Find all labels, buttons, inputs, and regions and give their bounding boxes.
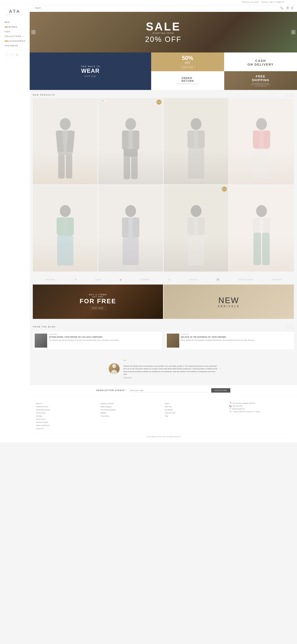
product-card[interactable] — [229, 98, 294, 184]
blog-title-1: ESTABLISHING YOUR BRAND ON COLLEGE CAMPU… — [49, 336, 160, 338]
newsletter-subscribe-button[interactable]: SUBSCRIBE — [211, 388, 230, 392]
footer-link-shipping[interactable]: Shipping & Returns — [100, 402, 162, 405]
footer-link-signin[interactable]: Sign In — [165, 402, 226, 405]
top-bar: Welcome to our store! Currency: USD Engl… — [0, 0, 297, 4]
two-ways-shop-link[interactable]: SHOP NOW! — [81, 76, 100, 77]
footer-link-contact[interactable]: Contact Us — [36, 427, 97, 430]
new-products-header: NEW PRODUCTS ‹ › — [30, 90, 297, 98]
product-card[interactable]: SALE — [164, 185, 228, 272]
footer-link-privacy[interactable]: Privacy Policy — [36, 412, 97, 414]
product-image-7 — [164, 185, 228, 272]
footer-link-help[interactable]: Help — [165, 414, 226, 418]
testimonial-prev-button[interactable]: ‹ — [104, 366, 109, 372]
nav-item-footwear[interactable]: FOOTWEAR — [5, 44, 30, 48]
footer-phone: 📞 800-230-6789 — [230, 405, 291, 407]
blog-next-button[interactable]: › — [290, 325, 294, 328]
nav-item-kids[interactable]: KIDS — [5, 29, 30, 34]
hero-next-button[interactable]: › — [291, 30, 296, 34]
buy2-shop-link[interactable]: SHOP NOW! — [90, 306, 106, 310]
footer-link-group[interactable]: Group Sales — [100, 414, 162, 418]
currency-selector[interactable]: USD — [269, 1, 276, 3]
nav-item-collections[interactable]: COLLECTIONS ▼ — [5, 34, 30, 39]
brand-armani[interactable]: ⚜ — [74, 278, 77, 281]
hero-content: SALE STARTING FROM 20% OFF — [145, 21, 182, 44]
nav-label-collections: COLLECTIONS — [5, 35, 22, 38]
nav-badge-accessories: hot — [5, 40, 8, 42]
brand-4[interactable]: ◉ — [120, 278, 122, 281]
social-icons: f t g+ — [5, 53, 30, 56]
search-input[interactable] — [33, 6, 278, 10]
brand-ferre[interactable]: FERRÉ — [140, 278, 150, 281]
product-image-5 — [33, 185, 98, 272]
product-image-2 — [98, 98, 163, 184]
googleplus-icon[interactable]: g+ — [15, 53, 19, 56]
blog-section-title: FROM THE BLOG — [33, 326, 56, 328]
nav-badge-women: new — [5, 26, 8, 28]
promo-cod: COD CASH ON DELIVERY — [224, 52, 297, 71]
hero-prev-button[interactable]: ‹ — [31, 30, 36, 34]
promo-new-arrivals[interactable]: NEW ARRIVALS — [164, 284, 294, 319]
facebook-icon[interactable]: f — [5, 53, 8, 56]
brand-trussardi[interactable]: TRUSSARDI — [238, 278, 254, 281]
brand-gucci[interactable]: GUCCI — [190, 278, 198, 281]
products-prev-button[interactable]: ‹ — [286, 93, 290, 96]
product-card[interactable] — [98, 185, 163, 272]
footer-link-track[interactable]: Track My Order — [165, 412, 226, 414]
two-ways-line1: TWO WAYS TO — [81, 65, 100, 68]
shipping-sub: ON ORDERS OVER $99THIS OFFER REAL.COM/AU… — [251, 82, 270, 87]
off-percent: 50% — [182, 55, 193, 61]
product-card[interactable]: NEW SALE — [98, 98, 163, 184]
brand-m[interactable]: M — [216, 278, 220, 282]
testimonial-next-button[interactable]: › — [218, 366, 222, 372]
logo: ATA MAGENTO THEME — [5, 9, 30, 15]
brand-dg[interactable]: D&G — [96, 278, 101, 281]
footer-link-orders[interactable]: Orders and Returns — [36, 424, 97, 427]
svg-rect-31 — [133, 218, 139, 238]
svg-point-0 — [60, 118, 70, 130]
product-badge-new: NEW — [100, 100, 106, 102]
off-shop-button[interactable]: SHOP NOW — [180, 66, 195, 69]
svg-rect-42 — [254, 233, 261, 265]
footer-link-sitemap[interactable]: Site Map — [36, 414, 97, 418]
blog-card-1[interactable]: 20.05.2016 ESTABLISHING YOUR BRAND ON CO… — [33, 332, 162, 350]
blog-card-2[interactable]: 20.05.2016 BELIEVE IN THE BUSINESS OF YO… — [165, 332, 294, 350]
nav-item-accessories[interactable]: hot ACCESSORIES — [5, 39, 30, 44]
footer-link-global[interactable]: Global Shipping — [100, 405, 162, 408]
footer-link-search-terms[interactable]: Search Terms — [36, 418, 97, 421]
nav-item-women[interactable]: new WOMEN — [5, 25, 30, 29]
brand-ck[interactable]: ck — [168, 278, 171, 281]
buy2-line2: GET ONE — [92, 296, 103, 298]
newsletter-input[interactable] — [130, 388, 208, 392]
blog-content-2: 20.05.2016 BELIEVE IN THE BUSINESS OF YO… — [181, 334, 292, 348]
footer-link-affiliates[interactable]: Affiliates — [100, 412, 162, 414]
twitter-icon[interactable]: t — [10, 53, 14, 56]
search-button[interactable]: 🔍 — [278, 6, 285, 10]
product-card[interactable] — [33, 98, 98, 184]
nav-item-men[interactable]: MEN — [5, 20, 30, 25]
footer-link-advanced-search[interactable]: Advanced Search — [36, 421, 97, 424]
footer-link-customer[interactable]: Customer Service — [36, 405, 97, 408]
footer-link-testimonial[interactable]: Testimonial Services — [36, 408, 97, 412]
blog-prev-button[interactable]: ‹ — [286, 325, 290, 328]
brand-chanel[interactable]: CHANEL — [45, 278, 56, 281]
products-next-button[interactable]: › — [290, 93, 294, 96]
footer-link-newuser[interactable]: New User — [165, 405, 226, 408]
product-card[interactable] — [229, 185, 294, 272]
language-selector[interactable]: English — [276, 1, 284, 3]
menu-icon[interactable]: ☰ — [286, 6, 289, 10]
promo-50-off[interactable]: 50% OFF SHOP NOW — [151, 52, 224, 71]
promo-order-return: ORDER RETURN RETURNS WITHIN 14 DAYS — [151, 71, 224, 90]
footer-col-2: Shipping & Returns Global Shipping Inter… — [100, 400, 162, 430]
off-label: OFF — [185, 61, 190, 65]
svg-rect-10 — [124, 149, 138, 157]
product-card[interactable] — [164, 98, 228, 184]
footer-link-about[interactable]: About Us — [36, 402, 97, 405]
product-card[interactable] — [33, 185, 98, 272]
brand-prada[interactable]: PRADA — [272, 278, 282, 281]
footer-link-wishlist[interactable]: My Wishlist — [165, 408, 226, 412]
promo-buy2[interactable]: BUY 2 ITEMS GET ONE FOR FREE SHOP NOW! — [33, 284, 163, 319]
footer-link-international[interactable]: International Shipping — [100, 408, 162, 412]
cart-icon[interactable]: 🛒 — [290, 6, 294, 10]
promo-two-ways[interactable]: TWO WAYS TO WEAR SHOP NOW! — [30, 52, 151, 90]
nav-label-kids: KIDS — [5, 30, 10, 33]
